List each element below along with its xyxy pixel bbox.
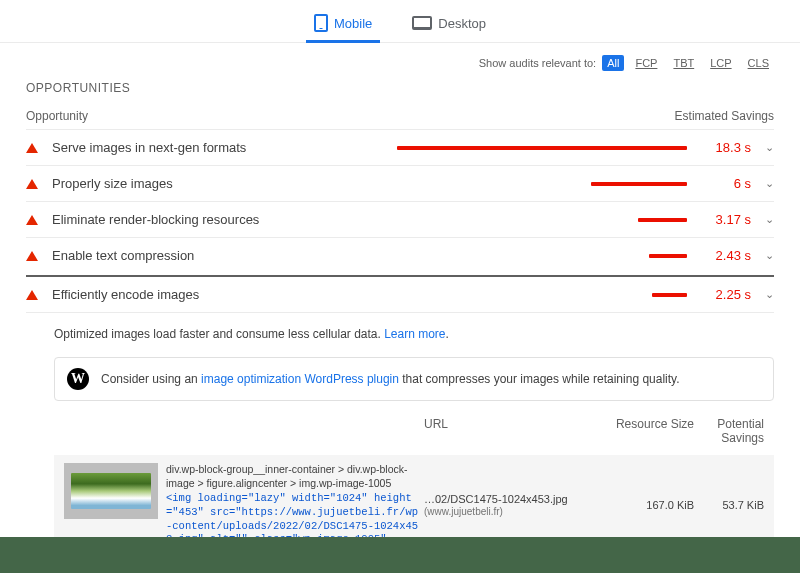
chevron-down-icon: ⌄ bbox=[765, 177, 774, 190]
mobile-icon bbox=[314, 14, 328, 32]
col-opportunity: Opportunity bbox=[26, 109, 88, 123]
tab-label: Mobile bbox=[334, 16, 372, 31]
opportunity-label: Enable text compression bbox=[52, 248, 383, 263]
audit-filter-row: Show audits relevant to: All FCP TBT LCP… bbox=[26, 51, 774, 81]
fail-triangle-icon bbox=[26, 215, 38, 225]
bottom-bar bbox=[0, 537, 800, 573]
desktop-icon bbox=[412, 16, 432, 30]
device-tabs: Mobile Desktop bbox=[0, 0, 800, 43]
chevron-down-icon: ⌄ bbox=[765, 213, 774, 226]
opportunities-header-row: Opportunity Estimated Savings bbox=[26, 109, 774, 130]
col-url: URL bbox=[424, 417, 584, 445]
savings-bar bbox=[397, 218, 687, 222]
opportunity-label: Eliminate render-blocking resources bbox=[52, 212, 383, 227]
opportunity-row-expanded[interactable]: Efficiently encode images 2.25 s ⌄ bbox=[26, 277, 774, 313]
resource-table: URL Resource Size Potential Savings div.… bbox=[54, 411, 774, 555]
savings-value: 2.25 s bbox=[701, 287, 751, 302]
image-thumbnail bbox=[64, 463, 158, 519]
col-potential-savings: Potential Savings bbox=[694, 417, 764, 445]
col-estimated-savings: Estimated Savings bbox=[675, 109, 774, 123]
table-header: URL Resource Size Potential Savings bbox=[54, 411, 774, 455]
learn-more-link[interactable]: Learn more bbox=[384, 327, 445, 341]
filter-lcp[interactable]: LCP bbox=[705, 55, 736, 71]
resource-size-cell: 167.0 KiB bbox=[584, 499, 694, 511]
opportunity-row[interactable]: Properly size images 6 s ⌄ bbox=[26, 166, 774, 202]
savings-value: 6 s bbox=[701, 176, 751, 191]
chevron-down-icon: ⌄ bbox=[765, 288, 774, 301]
url-cell: …02/DSC1475-1024x453.jpg (www.jujuetbeli… bbox=[424, 493, 584, 517]
opportunity-row[interactable]: Serve images in next-gen formats 18.3 s … bbox=[26, 130, 774, 166]
fail-triangle-icon bbox=[26, 179, 38, 189]
savings-bar bbox=[397, 182, 687, 186]
filter-label: Show audits relevant to: bbox=[479, 57, 596, 69]
savings-bar bbox=[397, 293, 687, 297]
opportunity-label: Properly size images bbox=[52, 176, 383, 191]
filter-cls[interactable]: CLS bbox=[743, 55, 774, 71]
potential-savings-cell: 53.7 KiB bbox=[694, 499, 764, 511]
fail-triangle-icon bbox=[26, 143, 38, 153]
savings-bar bbox=[397, 254, 687, 258]
tab-desktop[interactable]: Desktop bbox=[404, 8, 494, 42]
wordpress-tip: W Consider using an image optimization W… bbox=[54, 357, 774, 401]
savings-value: 18.3 s bbox=[701, 140, 751, 155]
filter-all[interactable]: All bbox=[602, 55, 624, 71]
fail-triangle-icon bbox=[26, 251, 38, 261]
dom-path: div.wp-block-group__inner-container > di… bbox=[166, 463, 424, 547]
tab-label: Desktop bbox=[438, 16, 486, 31]
tab-mobile[interactable]: Mobile bbox=[306, 8, 380, 42]
opportunities-heading: OPPORTUNITIES bbox=[26, 81, 774, 95]
savings-value: 2.43 s bbox=[701, 248, 751, 263]
col-resource-size: Resource Size bbox=[584, 417, 694, 445]
wordpress-icon: W bbox=[67, 368, 89, 390]
chevron-down-icon: ⌄ bbox=[765, 249, 774, 262]
opportunity-label: Serve images in next-gen formats bbox=[52, 140, 383, 155]
opportunity-row[interactable]: Enable text compression 2.43 s ⌄ bbox=[26, 238, 774, 277]
savings-bar bbox=[397, 146, 687, 150]
fail-triangle-icon bbox=[26, 290, 38, 300]
chevron-down-icon: ⌄ bbox=[765, 141, 774, 154]
opportunity-description: Optimized images load faster and consume… bbox=[26, 313, 774, 351]
filter-tbt[interactable]: TBT bbox=[668, 55, 699, 71]
opportunity-label: Efficiently encode images bbox=[52, 287, 383, 302]
plugin-link[interactable]: image optimization WordPress plugin bbox=[201, 372, 399, 386]
savings-value: 3.17 s bbox=[701, 212, 751, 227]
filter-fcp[interactable]: FCP bbox=[630, 55, 662, 71]
opportunity-row[interactable]: Eliminate render-blocking resources 3.17… bbox=[26, 202, 774, 238]
